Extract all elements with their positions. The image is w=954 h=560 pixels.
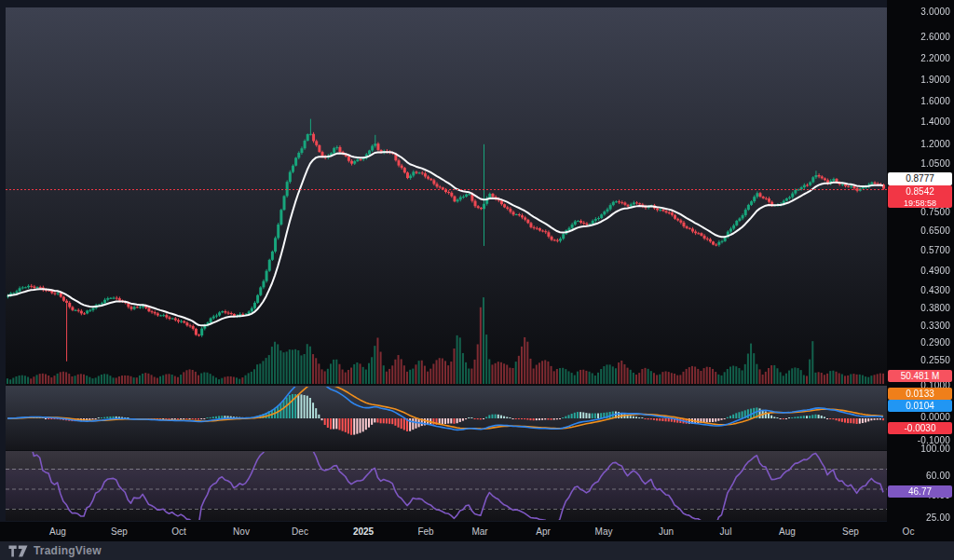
tradingview-brand-text[interactable]: TradingView (34, 544, 102, 557)
price-axis-label: 0.4900 (920, 266, 950, 276)
time-axis-label: Oc (903, 526, 915, 537)
price-axis-label: 0.3800 (920, 303, 950, 313)
price-axis-label: 0.4300 (920, 285, 950, 295)
countdown-timer: 19:58:58 (888, 198, 952, 209)
price-axis[interactable]: 3.00002.60002.20001.90001.60001.40001.20… (887, 0, 954, 522)
price-axis-label: 1.9000 (920, 75, 950, 85)
price-axis-label: 60.00 (926, 471, 950, 481)
time-axis-label: Jul (720, 526, 732, 537)
macd-signal-badge: 0.0133 (888, 388, 952, 400)
time-axis-label: Oct (171, 526, 186, 537)
macd-line-badge: 0.0104 (888, 400, 952, 412)
time-axis-label: Dec (292, 526, 308, 537)
macd-hist-badge: -0.0030 (888, 422, 952, 434)
time-axis[interactable]: AugSepOctNovDec2025FebMarAprMayJunJulAug… (0, 522, 954, 541)
price-axis-label: 0.5700 (920, 245, 950, 255)
volume-value-badge: 50.481 M (888, 370, 952, 382)
ma-value-badge: 0.8777 (888, 172, 952, 185)
price-axis-label: 0.6500 (920, 225, 950, 236)
time-axis-label: 2025 (353, 526, 374, 537)
time-axis-label: May (595, 526, 613, 537)
price-axis-label: 1.4000 (920, 116, 950, 127)
bottom-toolbar: TradingView (0, 541, 954, 560)
chart-canvas[interactable] (0, 0, 954, 560)
price-axis-label: 0.0000 (920, 412, 950, 422)
tradingview-chart-window: 3.00002.60002.20001.90001.60001.40001.20… (0, 0, 954, 560)
last-price-value: 0.8542 (888, 186, 952, 198)
time-axis-label: Nov (233, 526, 250, 537)
price-axis-label: 0.2550 (920, 355, 950, 365)
price-axis-label: 1.0500 (920, 158, 950, 169)
rsi-value-badge: 46.77 (888, 485, 952, 498)
time-axis-label: Jun (659, 526, 674, 537)
time-axis-label: Feb (417, 526, 433, 537)
price-axis-label: 2.2000 (920, 53, 950, 63)
time-axis-label: Sep (111, 526, 128, 537)
time-axis-label: Sep (842, 526, 859, 537)
time-axis-label: Apr (536, 526, 551, 537)
price-axis-label: 100.00 (920, 444, 950, 454)
price-axis-label: 2.6000 (920, 32, 950, 42)
tradingview-logo-icon[interactable] (8, 545, 28, 557)
last-price-badge: 0.8542 19:58:58 (888, 185, 952, 208)
price-axis-label: 1.2000 (920, 139, 950, 149)
time-axis-label: Aug (49, 526, 66, 537)
time-axis-label: Aug (779, 526, 796, 537)
time-axis-label: Mar (471, 526, 487, 537)
price-axis-label: 3.0000 (920, 7, 950, 17)
price-axis-label: 25.00 (926, 512, 950, 523)
price-axis-label: 0.2900 (920, 337, 950, 348)
price-axis-label: 0.3300 (920, 321, 950, 331)
price-axis-label: 1.6000 (920, 96, 950, 106)
